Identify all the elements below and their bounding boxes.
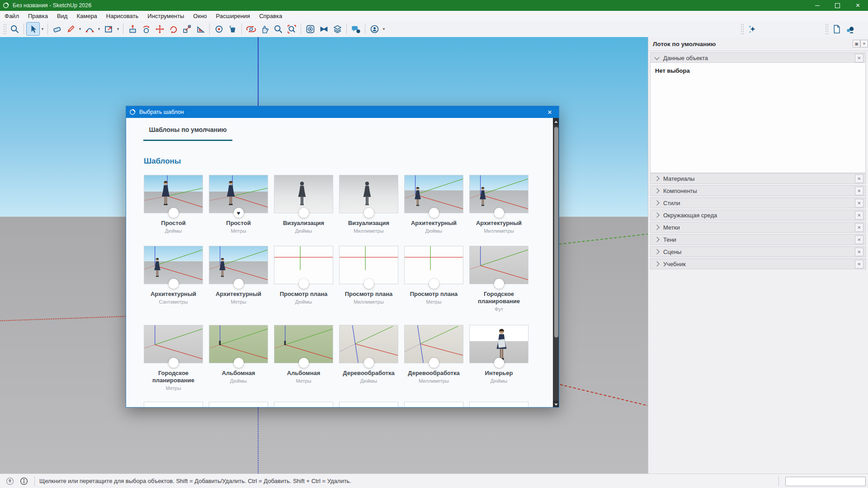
menu-item[interactable]: Камера	[72, 12, 101, 20]
tray-close-icon[interactable]: ✕	[860, 40, 868, 47]
line-tool-icon[interactable]	[64, 22, 77, 36]
close-button[interactable]: ✕	[848, 0, 868, 11]
menu-item[interactable]: Инструменты	[143, 12, 189, 20]
template-favorite-toggle[interactable]	[169, 279, 179, 289]
tray-section-3[interactable]: Стили ✕	[650, 197, 866, 208]
dialog-titlebar[interactable]: Выбрать шаблон ✕	[126, 106, 559, 118]
tray-section-4[interactable]: Окружающая среда ✕	[650, 210, 866, 221]
push-pull-tool-icon[interactable]	[126, 22, 139, 36]
template-favorite-toggle[interactable]	[299, 358, 309, 368]
close-section-button[interactable]: ✕	[855, 199, 863, 207]
line-tool-options-caret-icon[interactable]: ▾	[77, 23, 83, 35]
maximize-button[interactable]	[827, 0, 848, 11]
template-card[interactable]: Деревообработка Дюймы	[339, 325, 398, 384]
tray-section-object-data[interactable]: Данные объекта ✕	[650, 52, 866, 63]
template-favorite-toggle[interactable]	[234, 279, 244, 289]
ai-assistant-button-icon[interactable]	[745, 22, 759, 36]
follow-me-tool-icon[interactable]	[139, 22, 153, 36]
menu-item[interactable]: Файл	[0, 12, 24, 20]
dialog-scrollbar[interactable]	[553, 118, 559, 408]
template-card[interactable]: ♥ Простой Метры	[209, 175, 268, 234]
arc-tool-options-caret-icon[interactable]: ▾	[96, 23, 102, 35]
account-button-icon[interactable]	[368, 22, 381, 36]
template-card[interactable]: Городское планирование Метры	[144, 325, 203, 391]
paint-bucket-tool-icon[interactable]	[226, 22, 239, 36]
template-favorite-toggle[interactable]	[364, 279, 374, 289]
template-card-partial[interactable]	[209, 402, 268, 408]
extension-warehouse-button-icon[interactable]	[317, 22, 330, 36]
template-favorite-toggle[interactable]	[234, 358, 244, 368]
template-card[interactable]: Интерьер Дюймы	[469, 325, 528, 384]
close-section-button[interactable]: ✕	[855, 223, 863, 232]
shape-tool-icon[interactable]	[102, 22, 115, 36]
new-document-button-icon[interactable]	[830, 22, 843, 36]
template-card[interactable]: Визуализация Дюймы	[274, 175, 333, 234]
tab-default-templates[interactable]: Шаблоны по умолчанию	[143, 126, 232, 141]
template-card-partial[interactable]	[144, 402, 203, 408]
zoom-extents-tool-icon[interactable]	[285, 22, 298, 36]
geolocation-icon[interactable]	[6, 477, 14, 485]
template-card[interactable]: Просмотр плана Метры	[404, 246, 463, 305]
template-favorite-toggle[interactable]	[429, 208, 439, 218]
close-section-button[interactable]: ✕	[855, 260, 863, 268]
minimize-button[interactable]	[807, 0, 827, 11]
template-favorite-toggle[interactable]	[169, 208, 179, 218]
menu-item[interactable]: Вид	[52, 12, 72, 20]
template-card[interactable]: Городское планирование Фут	[469, 246, 528, 312]
dialog-close-button[interactable]: ✕	[541, 106, 559, 118]
template-favorite-toggle[interactable]	[429, 279, 439, 289]
template-card[interactable]: Архитектурный Дюймы	[404, 175, 463, 234]
template-card[interactable]: Альбомная Метры	[274, 325, 333, 384]
scrollbar-thumb[interactable]	[554, 127, 558, 338]
search-tool-icon[interactable]	[8, 22, 21, 36]
shape-tool-options-caret-icon[interactable]: ▾	[115, 23, 121, 35]
template-card[interactable]: Просмотр плана Дюймы	[274, 246, 333, 305]
styles-browser-button-icon[interactable]	[330, 22, 344, 36]
close-section-button[interactable]: ✕	[855, 187, 863, 195]
template-card[interactable]: Просмотр плана Миллиметры	[339, 246, 398, 305]
template-favorite-heart-icon[interactable]: ♥	[234, 208, 244, 218]
template-favorite-toggle[interactable]	[494, 208, 504, 218]
menu-item[interactable]: Окно	[189, 12, 211, 20]
tray-section-7[interactable]: Сцены ✕	[650, 246, 866, 257]
scroll-up-icon[interactable]	[553, 118, 559, 125]
template-card[interactable]: Визуализация Миллиметры	[339, 175, 398, 234]
arc-tool-icon[interactable]	[83, 22, 96, 36]
template-favorite-toggle[interactable]	[494, 358, 504, 368]
pan-tool-icon[interactable]	[258, 22, 271, 36]
tray-section-6[interactable]: Тени ✕	[650, 234, 866, 245]
scroll-down-icon[interactable]	[553, 401, 559, 408]
tray-section-2[interactable]: Компоненты ✕	[650, 185, 866, 196]
select-tool-options-caret-icon[interactable]: ▾	[40, 23, 45, 35]
template-card[interactable]: Простой Дюймы	[144, 175, 203, 234]
template-favorite-toggle[interactable]	[169, 358, 179, 368]
template-card[interactable]: Архитектурный Сантиметры	[144, 246, 203, 305]
template-card[interactable]: Деревообработка Миллиметры	[404, 325, 463, 384]
close-section-button[interactable]: ✕	[855, 211, 863, 220]
zoom-tool-icon[interactable]	[271, 22, 285, 36]
select-tool-icon[interactable]	[26, 22, 40, 36]
template-card[interactable]: Архитектурный Миллиметры	[469, 175, 528, 234]
template-card-partial[interactable]	[404, 402, 463, 408]
template-card-partial[interactable]	[469, 402, 528, 408]
template-favorite-toggle[interactable]	[364, 358, 374, 368]
share-collaborate-button-icon[interactable]	[843, 22, 857, 36]
template-favorite-toggle[interactable]	[429, 358, 439, 368]
menu-item[interactable]: Справка	[255, 12, 287, 20]
close-section-button[interactable]: ✕	[855, 235, 863, 244]
menu-item[interactable]: Нарисовать	[102, 12, 143, 20]
menu-item[interactable]: Правка	[24, 12, 52, 20]
rotate-tool-icon[interactable]	[166, 22, 180, 36]
offset-tool-icon[interactable]	[193, 22, 207, 36]
template-favorite-toggle[interactable]	[364, 208, 374, 218]
template-card-partial[interactable]	[339, 402, 398, 408]
measurements-input[interactable]	[785, 477, 866, 486]
menu-item[interactable]: Расширения	[212, 12, 255, 20]
template-card-partial[interactable]	[274, 402, 333, 408]
tray-section-1[interactable]: Материалы ✕	[650, 173, 866, 184]
tray-section-8[interactable]: Учебник ✕	[650, 258, 866, 269]
move-tool-icon[interactable]	[153, 22, 166, 36]
position-camera-tool-icon[interactable]	[212, 22, 226, 36]
tray-dock-icon[interactable]: ▣	[853, 40, 860, 47]
template-favorite-toggle[interactable]	[494, 279, 504, 289]
